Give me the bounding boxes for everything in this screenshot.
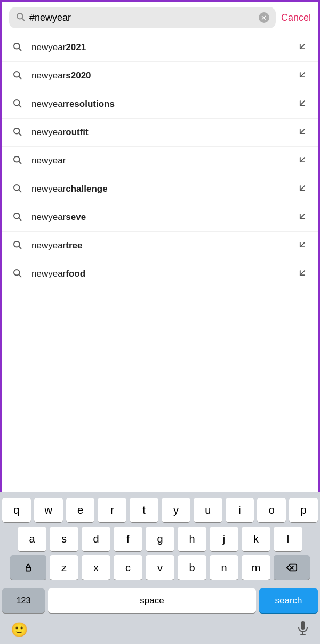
keyboard-bottom-row: 123 space search bbox=[0, 586, 320, 616]
keyboard: qwertyuiopasdfghjklzxcvbnm 123 space sea… bbox=[0, 492, 320, 644]
svg-line-27 bbox=[19, 274, 21, 277]
search-icon bbox=[12, 155, 22, 167]
key-row: asdfghjkl bbox=[2, 527, 318, 551]
search-icon bbox=[12, 98, 22, 110]
svg-line-13 bbox=[300, 129, 305, 133]
svg-rect-32 bbox=[301, 621, 305, 630]
key-rows: qwertyuiopasdfghjklzxcvbnm bbox=[0, 492, 320, 586]
key-s[interactable]: s bbox=[50, 527, 78, 551]
arrow-icon bbox=[297, 239, 308, 252]
suggestion-item[interactable]: newyearchallenge bbox=[2, 175, 318, 203]
backspace-key[interactable] bbox=[274, 555, 310, 580]
suggestion-text: newyearfood bbox=[31, 269, 297, 279]
key-w[interactable]: w bbox=[34, 498, 63, 522]
svg-line-18 bbox=[19, 190, 21, 192]
arrow-icon bbox=[297, 268, 308, 280]
microphone-icon[interactable] bbox=[297, 621, 309, 639]
key-p[interactable]: p bbox=[289, 498, 318, 522]
search-input[interactable] bbox=[29, 12, 254, 23]
key-row: qwertyuiop bbox=[2, 498, 318, 522]
svg-line-25 bbox=[300, 242, 305, 247]
emoji-icon[interactable]: 🙂 bbox=[11, 622, 28, 638]
suggestion-item[interactable]: newyearresolutions bbox=[2, 90, 318, 119]
svg-line-9 bbox=[19, 105, 21, 107]
search-icon bbox=[12, 268, 22, 280]
suggestion-item[interactable]: newyearseve bbox=[2, 203, 318, 232]
search-icon bbox=[12, 211, 22, 223]
key-y[interactable]: y bbox=[162, 498, 190, 522]
suggestion-text: newyearoutfit bbox=[31, 127, 297, 138]
arrow-icon bbox=[297, 126, 308, 139]
key-123[interactable]: 123 bbox=[2, 588, 45, 613]
suggestion-item[interactable]: newyears2020 bbox=[2, 62, 318, 90]
svg-line-24 bbox=[19, 246, 21, 248]
suggestions-list: newyear2021newyears2020newyearresolution… bbox=[2, 34, 318, 288]
arrow-icon bbox=[297, 154, 308, 167]
key-q[interactable]: q bbox=[2, 498, 31, 522]
suggestion-item[interactable]: newyearoutfit bbox=[2, 119, 318, 147]
key-c[interactable]: c bbox=[114, 555, 142, 580]
clear-button[interactable]: ✕ bbox=[259, 12, 269, 23]
svg-line-22 bbox=[300, 214, 305, 218]
key-a[interactable]: a bbox=[18, 527, 46, 551]
emoji-row: 🙂 bbox=[0, 616, 320, 644]
key-k[interactable]: k bbox=[242, 527, 270, 551]
key-m[interactable]: m bbox=[242, 555, 270, 580]
svg-line-28 bbox=[300, 271, 305, 275]
search-input-wrap: ✕ bbox=[9, 7, 276, 28]
suggestion-text: newyearchallenge bbox=[31, 184, 297, 194]
cancel-button[interactable]: Cancel bbox=[281, 12, 311, 23]
suggestion-text: newyear bbox=[31, 155, 297, 166]
search-icon bbox=[12, 183, 22, 195]
svg-line-10 bbox=[300, 101, 305, 105]
key-t[interactable]: t bbox=[130, 498, 158, 522]
key-search[interactable]: search bbox=[259, 588, 318, 613]
svg-line-6 bbox=[19, 76, 21, 78]
svg-line-19 bbox=[300, 186, 305, 190]
svg-line-21 bbox=[19, 218, 21, 220]
key-r[interactable]: r bbox=[98, 498, 126, 522]
arrow-icon bbox=[297, 98, 308, 111]
key-g[interactable]: g bbox=[146, 527, 174, 551]
shift-key[interactable] bbox=[10, 555, 46, 580]
suggestion-item[interactable]: newyear bbox=[2, 147, 318, 175]
search-icon bbox=[12, 240, 22, 252]
key-h[interactable]: h bbox=[178, 527, 206, 551]
key-l[interactable]: l bbox=[274, 527, 302, 551]
search-icon bbox=[15, 12, 25, 23]
search-icon bbox=[12, 127, 22, 138]
suggestion-item[interactable]: newyear2021 bbox=[2, 34, 318, 62]
arrow-icon bbox=[297, 69, 308, 82]
key-i[interactable]: i bbox=[226, 498, 254, 522]
svg-line-12 bbox=[19, 133, 21, 135]
arrow-icon bbox=[297, 41, 308, 54]
suggestion-text: newyeartree bbox=[31, 240, 297, 251]
key-row: zxcvbnm bbox=[2, 555, 318, 580]
suggestion-item[interactable]: newyeartree bbox=[2, 232, 318, 260]
key-v[interactable]: v bbox=[146, 555, 174, 580]
svg-line-16 bbox=[300, 158, 305, 162]
svg-line-3 bbox=[19, 48, 21, 50]
key-b[interactable]: b bbox=[178, 555, 206, 580]
key-n[interactable]: n bbox=[210, 555, 238, 580]
key-e[interactable]: e bbox=[66, 498, 95, 522]
key-d[interactable]: d bbox=[82, 527, 110, 551]
key-space[interactable]: space bbox=[48, 588, 256, 613]
search-icon bbox=[12, 70, 22, 82]
key-z[interactable]: z bbox=[50, 555, 78, 580]
svg-line-15 bbox=[19, 161, 21, 163]
key-x[interactable]: x bbox=[82, 555, 110, 580]
suggestion-text: newyears2020 bbox=[31, 70, 297, 81]
search-bar: ✕ Cancel bbox=[2, 2, 318, 34]
suggestion-item[interactable]: newyearfood bbox=[2, 260, 318, 288]
svg-line-4 bbox=[300, 44, 305, 49]
search-icon bbox=[12, 42, 22, 53]
key-o[interactable]: o bbox=[257, 498, 286, 522]
svg-line-1 bbox=[22, 18, 24, 20]
svg-rect-29 bbox=[26, 567, 30, 571]
key-u[interactable]: u bbox=[194, 498, 222, 522]
key-f[interactable]: f bbox=[114, 527, 142, 551]
suggestion-text: newyear2021 bbox=[31, 42, 297, 53]
key-j[interactable]: j bbox=[210, 527, 238, 551]
svg-line-7 bbox=[300, 73, 305, 77]
